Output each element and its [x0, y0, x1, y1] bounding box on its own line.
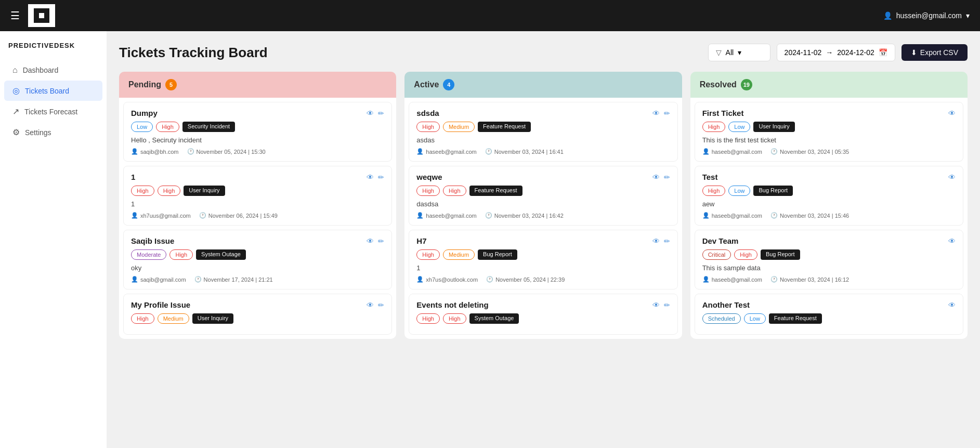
card-title: Test — [702, 173, 718, 181]
view-icon[interactable]: 👁 — [948, 237, 956, 245]
sidebar-item-tickets-forecast[interactable]: ↗ Tickets Forecast — [4, 101, 102, 122]
assignee: 👤 saqib@bh.com — [131, 148, 179, 155]
column-body-pending: Dumpy 👁 ✏ LowHighSecurity Incident Hello… — [119, 98, 396, 339]
card-title: Dumpy — [131, 109, 158, 117]
main-layout: PREDICTIVEDESK ⌂ Dashboard ◎ Tickets Boa… — [0, 31, 980, 448]
card-header-row: Saqib Issue 👁 ✏ — [131, 236, 384, 245]
export-button[interactable]: ⬇ Export CSV — [901, 44, 968, 61]
sidebar-label-tickets-board: Tickets Board — [25, 87, 69, 95]
tag: Low — [728, 122, 750, 132]
main-content: Tickets Tracking Board ▽ All ▾ 2024-11-0… — [107, 31, 980, 448]
edit-icon[interactable]: ✏ — [378, 109, 384, 117]
person-icon: 👤 — [416, 212, 424, 219]
tag: High — [702, 186, 726, 196]
tag: High — [169, 249, 193, 260]
tag: User Inquiry — [753, 122, 794, 132]
view-icon[interactable]: 👁 — [367, 109, 374, 117]
user-menu[interactable]: 👤 hussein@gmail.com ▾ — [883, 11, 970, 20]
date-range[interactable]: 2024-11-02 → 2024-12-02 📅 — [777, 44, 895, 61]
assignee-email: haseeb@gmail.com — [426, 213, 476, 219]
ticket-card: 1 👁 ✏ HighHighUser Inquiry 1 👤 xh7uus@gm… — [123, 166, 392, 226]
kanban-board: Pending 5 Dumpy 👁 ✏ LowHighSecurity Inci… — [119, 72, 968, 339]
view-icon[interactable]: 👁 — [652, 109, 660, 117]
card-body: dasdsa — [416, 200, 670, 208]
view-icon[interactable]: 👁 — [948, 173, 956, 181]
tag-list: LowHighSecurity Incident — [131, 122, 384, 132]
person-icon: 👤 — [131, 148, 138, 155]
sidebar-label-settings: Settings — [25, 128, 51, 137]
sidebar-item-settings[interactable]: ⚙ Settings — [4, 122, 102, 142]
logo — [28, 4, 55, 27]
clock-icon: 🕐 — [194, 276, 202, 283]
timestamp: 🕐 November 03, 2024 | 15:46 — [770, 212, 849, 219]
date-arrow: → — [826, 48, 833, 57]
brand-name: PREDICTIVEDESK — [0, 42, 107, 60]
edit-icon[interactable]: ✏ — [664, 301, 670, 309]
sidebar-item-tickets-board[interactable]: ◎ Tickets Board — [4, 81, 102, 101]
assignee: 👤 haseeb@gmail.com — [416, 148, 476, 155]
filter-dropdown[interactable]: ▽ All ▾ — [708, 44, 770, 61]
menu-icon[interactable]: ☰ — [10, 9, 20, 22]
tag: User Inquiry — [184, 186, 225, 196]
tag: High — [416, 122, 440, 132]
assignee: 👤 haseeb@gmail.com — [702, 148, 762, 155]
edit-icon[interactable]: ✏ — [378, 237, 384, 245]
view-icon[interactable]: 👁 — [652, 301, 660, 309]
edit-icon[interactable]: ✏ — [378, 173, 384, 181]
edit-icon[interactable]: ✏ — [664, 109, 670, 117]
view-icon[interactable]: 👁 — [948, 301, 956, 309]
edit-icon[interactable]: ✏ — [664, 237, 670, 245]
tag: High — [158, 186, 181, 196]
column-header-pending: Pending 5 — [119, 72, 396, 98]
view-icon[interactable]: 👁 — [948, 109, 956, 117]
assignee-email: haseeb@gmail.com — [712, 276, 762, 283]
card-header-row: H7 👁 ✏ — [416, 236, 670, 245]
person-icon: 👤 — [131, 276, 138, 283]
assignee: 👤 saqib@gmail.com — [131, 276, 186, 283]
clock-icon: 🕐 — [199, 212, 206, 219]
sidebar-nav: ⌂ Dashboard ◎ Tickets Board ↗ Tickets Fo… — [0, 60, 107, 143]
tag-list: HighLowUser Inquiry — [702, 122, 956, 132]
edit-icon[interactable]: ✏ — [378, 301, 384, 309]
tag: Feature Request — [769, 313, 822, 324]
clock-icon: 🕐 — [187, 148, 194, 155]
dropdown-chevron: ▾ — [738, 48, 741, 57]
person-icon: 👤 — [702, 276, 710, 283]
sidebar-label-tickets-forecast: Tickets Forecast — [24, 108, 77, 116]
card-header-row: 1 👁 ✏ — [131, 173, 384, 181]
column-resolved: Resolved 19 First Ticket 👁 HighLowUser I… — [690, 72, 968, 339]
clock-icon: 🕐 — [770, 212, 778, 219]
assignee-email: saqib@gmail.com — [140, 276, 186, 283]
view-icon[interactable]: 👁 — [367, 237, 374, 245]
ticket-card: Test 👁 HighLowBug Report aew 👤 haseeb@gm… — [695, 166, 963, 226]
assignee: 👤 haseeb@gmail.com — [702, 212, 762, 219]
user-email: hussein@gmail.com — [896, 11, 962, 20]
timestamp: 🕐 November 03, 2024 | 16:42 — [485, 212, 564, 219]
view-icon[interactable]: 👁 — [652, 173, 660, 181]
card-meta: 👤 haseeb@gmail.com 🕐 November 03, 2024 |… — [416, 148, 670, 155]
card-title: Dev Team — [702, 236, 739, 245]
person-icon: 👤 — [702, 212, 710, 219]
tag: Moderate — [131, 249, 166, 260]
edit-icon[interactable]: ✏ — [664, 173, 670, 181]
card-actions: 👁 — [948, 173, 956, 181]
tag-list: HighMediumBug Report — [416, 249, 670, 260]
timestamp: 🕐 November 05, 2024 | 15:30 — [187, 148, 266, 155]
card-header-row: sdsda 👁 ✏ — [416, 109, 670, 117]
column-count-pending: 5 — [165, 79, 177, 90]
card-body: asdas — [416, 136, 670, 144]
page-header: Tickets Tracking Board ▽ All ▾ 2024-11-0… — [119, 44, 968, 61]
tag: Low — [728, 186, 750, 196]
card-actions: 👁 ✏ — [367, 173, 384, 181]
sidebar-item-dashboard[interactable]: ⌂ Dashboard — [4, 60, 102, 80]
date-value: November 03, 2024 | 16:12 — [780, 276, 849, 283]
view-icon[interactable]: 👁 — [367, 301, 374, 309]
card-title: 1 — [131, 173, 135, 181]
tag: High — [702, 122, 726, 132]
tag-list: HighHighUser Inquiry — [131, 186, 384, 196]
view-icon[interactable]: 👁 — [367, 173, 374, 181]
tag: Low — [744, 313, 766, 324]
ticket-card: My Profile Issue 👁 ✏ HighMediumUser Inqu… — [123, 294, 392, 335]
card-meta: 👤 haseeb@gmail.com 🕐 November 03, 2024 |… — [702, 212, 956, 219]
view-icon[interactable]: 👁 — [652, 237, 660, 245]
